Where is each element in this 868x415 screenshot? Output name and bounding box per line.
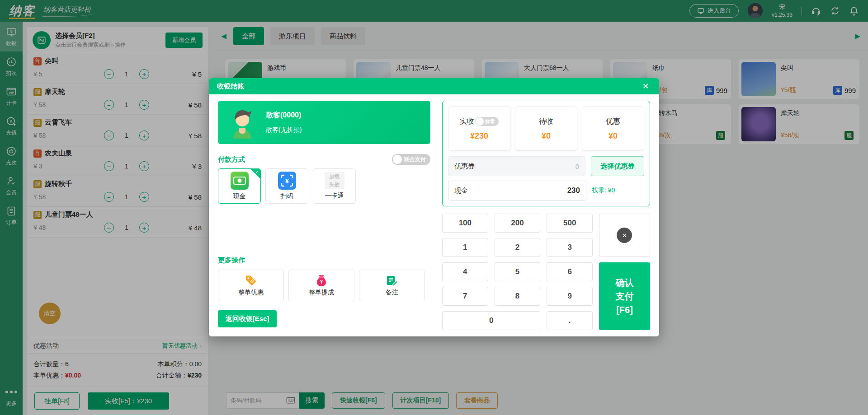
close-icon[interactable] xyxy=(640,81,651,91)
numpad: 100 200 500 1 2 3 4 5 6 确认 支付 [F6] 7 xyxy=(442,214,650,330)
payment-method-onecard[interactable]: 加载失败 一卡通 xyxy=(313,168,356,204)
cash-icon xyxy=(231,172,249,190)
modal-member-level: 散客(无折扣) xyxy=(266,126,302,134)
due-card: 待收 ¥0 xyxy=(515,107,577,151)
joint-pay-toggle[interactable]: 联合支付 xyxy=(392,154,430,165)
scan-label: 扫码 xyxy=(281,192,293,201)
toggle-knob xyxy=(476,117,484,126)
coupon-count: 0 xyxy=(576,163,579,170)
select-coupon-button[interactable]: 选择优惠券 xyxy=(591,156,644,176)
due-label: 待收 xyxy=(539,117,553,126)
check-icon xyxy=(255,169,259,174)
payment-method-scan[interactable]: ¥ 扫码 xyxy=(265,168,308,204)
change-due-text: 找零: ¥0 xyxy=(592,187,615,195)
note-label: 备注 xyxy=(386,289,398,297)
discount-label: 优惠 xyxy=(606,117,620,126)
backspace-key[interactable] xyxy=(599,214,650,257)
round-off-toggle[interactable]: 抹零 xyxy=(475,117,499,126)
note-button[interactable]: 备注 xyxy=(359,270,425,301)
numpad-key-1[interactable]: 1 xyxy=(442,238,488,257)
numpad-key-dot[interactable]: . xyxy=(547,311,593,330)
numpad-key-5[interactable]: 5 xyxy=(495,262,541,281)
numpad-key-9[interactable]: 9 xyxy=(547,287,593,306)
numpad-key-500[interactable]: 500 xyxy=(547,214,593,233)
more-ops-heading: 更多操作 xyxy=(218,256,245,264)
round-off-label: 抹零 xyxy=(485,118,495,125)
checkout-modal: 收银结账 散客(0000) 散客(无折扣) xyxy=(209,78,659,336)
note-icon xyxy=(386,274,398,287)
svg-text:¥: ¥ xyxy=(285,177,289,185)
cash-amount-field[interactable]: 现金 230 xyxy=(448,181,586,201)
numpad-key-6[interactable]: 6 xyxy=(547,262,593,281)
numpad-key-2[interactable]: 2 xyxy=(495,238,541,257)
backspace-icon xyxy=(617,228,632,243)
coupon-label: 优惠券 xyxy=(454,162,475,171)
confirm-line: 支付 xyxy=(615,289,633,303)
received-value: ¥230 xyxy=(470,131,488,141)
order-commission-label: 整单提成 xyxy=(309,289,334,297)
coupon-field[interactable]: 优惠券 0 xyxy=(448,156,585,176)
onecard-label: 一卡通 xyxy=(325,192,344,200)
numpad-key-4[interactable]: 4 xyxy=(442,262,488,281)
member-avatar xyxy=(230,106,255,139)
numpad-key-100[interactable]: 100 xyxy=(442,214,488,233)
numpad-key-3[interactable]: 3 xyxy=(547,238,593,257)
broken-image-icon: 加载失败 xyxy=(325,172,344,189)
received-label: 实收 xyxy=(460,117,474,126)
discount-card: 优惠 ¥0 xyxy=(582,107,644,151)
modal-header: 收银结账 xyxy=(209,78,659,94)
discount-value: ¥0 xyxy=(609,131,618,141)
modal-member-card: 散客(0000) 散客(无折扣) xyxy=(218,101,430,144)
received-card: 实收 抹零 ¥230 xyxy=(448,107,510,151)
numpad-key-0[interactable]: 0 xyxy=(442,311,540,330)
confirm-line: 确认 xyxy=(615,276,633,289)
confirm-pay-button[interactable]: 确认 支付 [F6] xyxy=(599,262,650,330)
order-commission-button[interactable]: ¥ 整单提成 xyxy=(288,270,354,301)
numpad-key-7[interactable]: 7 xyxy=(442,287,488,306)
back-to-cashier-button[interactable]: 返回收银[Esc] xyxy=(218,310,277,327)
payment-methods: 现金 ¥ 扫码 加载失败 一卡通 xyxy=(218,168,430,204)
modal-member-name: 散客(0000) xyxy=(266,111,302,120)
due-value: ¥0 xyxy=(542,131,551,141)
tag-icon xyxy=(245,274,257,287)
cash-field-label: 现金 xyxy=(454,187,468,195)
scan-pay-icon: ¥ xyxy=(278,172,296,190)
payment-summary-panel: 实收 抹零 ¥230 待收 ¥0 xyxy=(442,101,650,206)
joint-pay-label: 联合支付 xyxy=(404,156,426,163)
payment-method-heading: 付款方式 xyxy=(218,155,245,164)
modal-title: 收银结账 xyxy=(217,82,244,91)
order-discount-label: 整单优惠 xyxy=(238,289,264,297)
pos-screen: 纳客 纳客营店更轻松 进入后台 宋 v1.25.33 xyxy=(0,0,868,415)
confirm-line: [F6] xyxy=(616,303,633,317)
more-ops: 整单优惠 ¥ 整单提成 备注 xyxy=(218,270,430,301)
money-bag-icon: ¥ xyxy=(315,274,328,287)
order-discount-button[interactable]: 整单优惠 xyxy=(218,270,284,301)
cash-amount-value: 230 xyxy=(567,186,580,195)
payment-method-cash[interactable]: 现金 xyxy=(218,168,261,204)
toggle-knob xyxy=(393,155,402,164)
cash-label: 现金 xyxy=(233,192,246,201)
numpad-key-200[interactable]: 200 xyxy=(495,214,541,233)
svg-text:¥: ¥ xyxy=(320,279,323,284)
numpad-key-8[interactable]: 8 xyxy=(495,287,541,306)
